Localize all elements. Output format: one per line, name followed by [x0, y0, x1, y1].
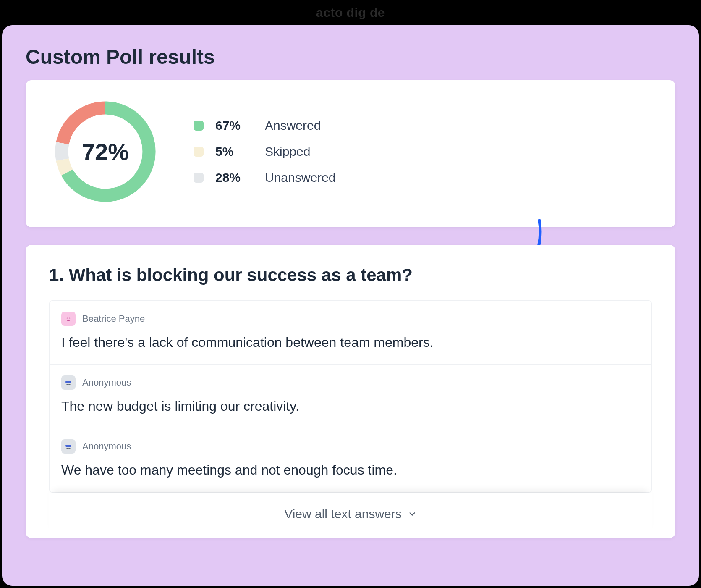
- legend-swatch: [194, 147, 204, 157]
- donut-center-value: 72%: [51, 97, 160, 206]
- legend-pct: 5%: [215, 144, 253, 159]
- legend-row-unanswered: 28% Unanswered: [194, 171, 335, 185]
- legend-swatch: [194, 173, 204, 183]
- answer-header: Beatrice Payne: [61, 312, 640, 326]
- question-title: 1. What is blocking our success as a tea…: [49, 265, 652, 285]
- legend-label: Answered: [265, 118, 321, 133]
- answer-row: Beatrice Payne I feel there's a lack of …: [50, 301, 651, 365]
- page-title: Custom Poll results: [26, 45, 675, 68]
- legend-label: Unanswered: [265, 171, 335, 185]
- svg-point-4: [66, 317, 68, 318]
- answer-text: I feel there's a lack of communication b…: [61, 333, 640, 352]
- answer-text: The new budget is limiting our creativit…: [61, 397, 640, 415]
- legend-row-skipped: 5% Skipped: [194, 144, 335, 159]
- view-all-button[interactable]: View all text answers: [49, 493, 652, 538]
- legend: 67% Answered 5% Skipped 28% Unanswered: [194, 118, 335, 185]
- legend-label: Skipped: [265, 144, 310, 159]
- topbar-title: acto dig de: [316, 5, 385, 20]
- donut-chart: 72%: [51, 97, 160, 206]
- avatar-icon: [61, 312, 76, 326]
- page-container: Custom Poll results 72% 67% Answered: [2, 25, 699, 586]
- svg-rect-7: [65, 445, 71, 447]
- legend-pct: 28%: [215, 171, 253, 185]
- answer-author: Anonymous: [82, 377, 131, 388]
- legend-pct: 67%: [215, 118, 253, 133]
- top-bar: acto dig de: [0, 0, 701, 25]
- answer-header: Anonymous: [61, 375, 640, 390]
- question-card: 1. What is blocking our success as a tea…: [26, 245, 675, 538]
- svg-point-5: [69, 317, 70, 318]
- summary-card: 72% 67% Answered 5% Skipped 28% Unanswer…: [26, 80, 675, 227]
- answer-text: We have too many meetings and not enough…: [61, 461, 640, 479]
- legend-swatch: [194, 121, 204, 131]
- avatar-anon-icon: [61, 375, 76, 390]
- view-all-label: View all text answers: [284, 507, 402, 521]
- answer-author: Beatrice Payne: [82, 313, 145, 324]
- answer-author: Anonymous: [82, 441, 131, 452]
- answers-list: Beatrice Payne I feel there's a lack of …: [49, 300, 652, 493]
- answer-row: Anonymous We have too many meetings and …: [50, 428, 651, 492]
- answer-row: Anonymous The new budget is limiting our…: [50, 365, 651, 428]
- legend-row-answered: 67% Answered: [194, 118, 335, 133]
- svg-rect-6: [65, 381, 71, 383]
- answer-header: Anonymous: [61, 439, 640, 454]
- avatar-anon-icon: [61, 439, 76, 454]
- chevron-down-icon: [408, 509, 417, 519]
